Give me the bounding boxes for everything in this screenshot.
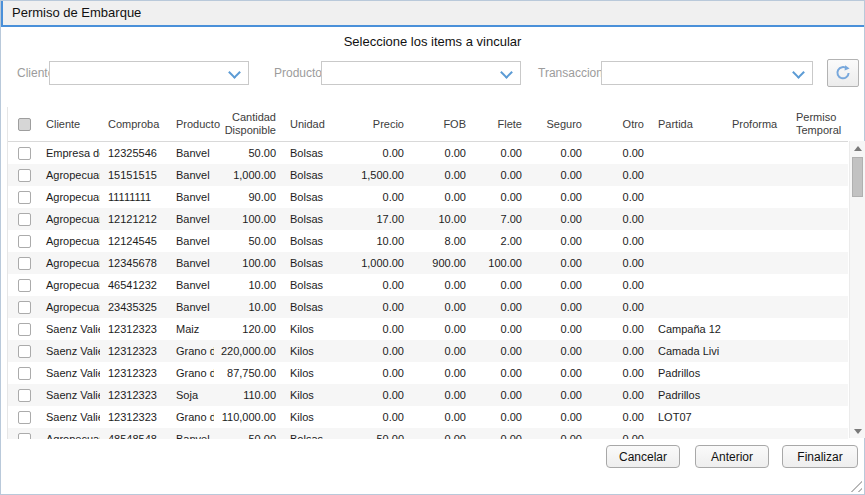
row-checkbox[interactable] [18, 323, 31, 336]
cell-comproba: 12345678 [100, 252, 168, 274]
cell-seguro: 0.00 [528, 142, 588, 164]
scroll-down-button[interactable] [850, 424, 865, 438]
row-checkbox[interactable] [18, 279, 31, 292]
cell-partida [650, 164, 724, 186]
row-checkbox[interactable] [18, 433, 31, 440]
table-row: Saenz Valie12312323Grano de Sc110,000.00… [8, 406, 848, 428]
chevron-down-icon [500, 66, 513, 79]
cell-unidad: Bolsas [282, 164, 344, 186]
row-checkbox[interactable] [18, 367, 31, 380]
cell-precio: 0.00 [344, 186, 410, 208]
cell-unidad: Bolsas [282, 186, 344, 208]
row-checkbox[interactable] [18, 235, 31, 248]
cancelar-button[interactable]: Cancelar [606, 445, 680, 468]
cell-cliente: Saenz Valie [38, 384, 100, 406]
cell-producto: Banvel [168, 274, 214, 296]
transaccion-combobox[interactable] [601, 61, 813, 85]
cell-seguro: 0.00 [528, 384, 588, 406]
cell-partida: Campaña 12 [650, 318, 724, 340]
cell-flete: 7.00 [472, 208, 528, 230]
cell-precio: 0.00 [344, 274, 410, 296]
row-checkbox[interactable] [18, 301, 31, 314]
cell-check [8, 186, 38, 208]
cell-proforma [724, 384, 788, 406]
vertical-scrollbar[interactable] [849, 141, 865, 438]
cell-otro: 0.00 [588, 252, 650, 274]
cell-otro: 0.00 [588, 230, 650, 252]
cell-producto: Grano de Sc [168, 340, 214, 362]
cell-producto: Maiz [168, 318, 214, 340]
cell-comproba: 12121212 [100, 208, 168, 230]
cell-fob: 10.00 [410, 208, 472, 230]
dialog-titlebar: Permiso de Embarque [1, 1, 864, 27]
cell-flete: 0.00 [472, 318, 528, 340]
cell-proforma [724, 208, 788, 230]
cell-flete: 0.00 [472, 428, 528, 439]
scrollbar-thumb[interactable] [852, 157, 863, 197]
finalizar-button[interactable]: Finalizar [782, 445, 858, 468]
cell-precio: 1,500.00 [344, 164, 410, 186]
header-cell-seguro: Seguro [528, 107, 588, 141]
cell-permiso [788, 274, 848, 296]
chevron-down-icon [228, 66, 241, 79]
cell-fob: 0.00 [410, 362, 472, 384]
cell-proforma [724, 296, 788, 318]
cell-cliente: Saenz Valie [38, 406, 100, 428]
cell-unidad: Bolsas [282, 208, 344, 230]
row-checkbox[interactable] [18, 389, 31, 402]
cell-precio: 0.00 [344, 362, 410, 384]
refresh-button[interactable] [827, 59, 859, 87]
cell-flete: 0.00 [472, 142, 528, 164]
scroll-up-button[interactable] [850, 141, 865, 155]
cell-partida [650, 208, 724, 230]
cell-partida [650, 230, 724, 252]
cell-proforma [724, 252, 788, 274]
refresh-icon [834, 64, 852, 82]
cell-cantidad: 50.00 [214, 230, 282, 252]
cell-producto: Banvel [168, 296, 214, 318]
row-checkbox[interactable] [18, 169, 31, 182]
cell-precio: 1,000.00 [344, 252, 410, 274]
row-checkbox[interactable] [18, 345, 31, 358]
cell-precio: 0.00 [344, 318, 410, 340]
cell-fob: 0.00 [410, 428, 472, 439]
cell-otro: 0.00 [588, 208, 650, 230]
cell-seguro: 0.00 [528, 318, 588, 340]
table-row: Agropecuari23435325Banvel10.00Bolsas0.00… [8, 296, 848, 318]
row-checkbox[interactable] [18, 191, 31, 204]
producto-label: Producto [274, 61, 322, 85]
cell-producto: Grano de Sc [168, 362, 214, 384]
cell-flete: 0.00 [472, 186, 528, 208]
cell-cantidad: 110.00 [214, 384, 282, 406]
producto-combobox[interactable] [321, 61, 521, 85]
cell-otro: 0.00 [588, 428, 650, 439]
row-checkbox[interactable] [18, 411, 31, 424]
cliente-combobox-value [50, 72, 56, 76]
cell-flete: 0.00 [472, 164, 528, 186]
cell-proforma [724, 340, 788, 362]
header-cell-precio: Precio [344, 107, 410, 141]
row-checkbox[interactable] [18, 147, 31, 160]
select-all-checkbox[interactable] [18, 118, 31, 131]
cell-check [8, 252, 38, 274]
cell-check [8, 296, 38, 318]
cell-proforma [724, 230, 788, 252]
table-row: Agropecuari46541232Banvel10.00Bolsas0.00… [8, 274, 848, 296]
cell-permiso [788, 252, 848, 274]
cell-producto: Grano de Sc [168, 406, 214, 428]
row-checkbox[interactable] [18, 213, 31, 226]
anterior-button[interactable]: Anterior [695, 445, 769, 468]
cell-seguro: 0.00 [528, 274, 588, 296]
cell-unidad: Kilos [282, 384, 344, 406]
cell-precio: 17.00 [344, 208, 410, 230]
cell-otro: 0.00 [588, 296, 650, 318]
arrow-up-icon [854, 146, 862, 151]
cell-cliente: Agropecuari [38, 274, 100, 296]
resize-grip[interactable] [850, 480, 862, 492]
row-checkbox[interactable] [18, 257, 31, 270]
producto-combobox-value [322, 72, 328, 76]
cell-proforma [724, 164, 788, 186]
cell-seguro: 0.00 [528, 208, 588, 230]
cliente-combobox[interactable] [49, 61, 249, 85]
cell-otro: 0.00 [588, 384, 650, 406]
